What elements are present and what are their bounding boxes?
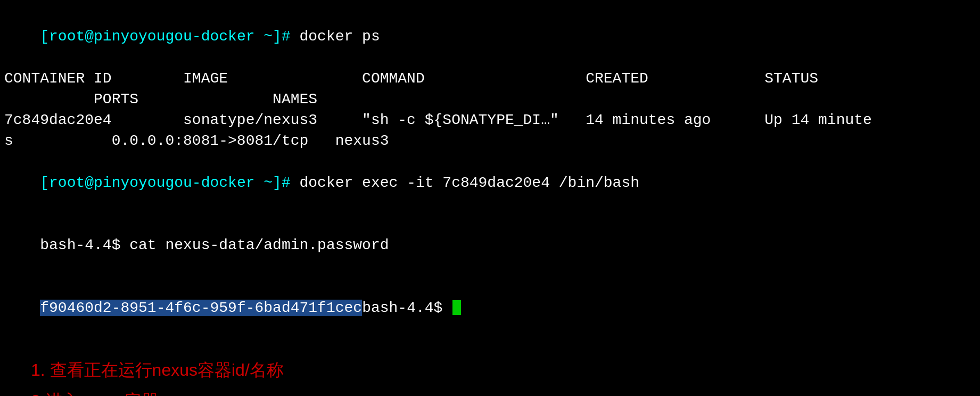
table-header-row1: CONTAINER ID IMAGE COMMAND CREATED STATU… xyxy=(4,68,976,89)
line-docker-exec: [root@pinyoyougou-docker ~]# docker exec… xyxy=(4,151,976,214)
command-docker-exec: docker exec -it 7c849dac20e4 /bin/bash xyxy=(300,175,640,191)
line-password-output: f90460d2-8951-4f6c-959f-6bad471f1cecbash… xyxy=(4,276,976,339)
bash-prompt-1: bash-4.4$ xyxy=(40,237,129,253)
terminal-cursor xyxy=(452,300,461,315)
line-cat-command: bash-4.4$ cat nexus-data/admin.password xyxy=(4,214,976,277)
annotation-2: 2.进入nexus容器 xyxy=(31,386,976,396)
table-data-row1: 7c849dac20e4 sonatype/nexus3 "sh -c ${SO… xyxy=(4,110,976,130)
password-selected: f90460d2-8951-4f6c-959f-6bad471f1cec xyxy=(40,300,362,316)
annotation-section: 1. 查看正在运行nexus容器id/名称 2.进入nexus容器 3.查看指定… xyxy=(4,355,976,396)
line-docker-ps: [root@pinyoyougou-docker ~]# docker ps xyxy=(4,5,976,68)
annotation-1: 1. 查看正在运行nexus容器id/名称 xyxy=(31,355,976,386)
prompt-2: [root@pinyoyougou-docker ~]# xyxy=(40,175,299,191)
prompt-1: [root@pinyoyougou-docker ~]# xyxy=(40,28,299,45)
command-cat: cat nexus-data/admin.password xyxy=(129,237,389,253)
terminal-window: [root@pinyoyougou-docker ~]# docker ps C… xyxy=(0,0,980,396)
table-header-row2: PORTS NAMES xyxy=(4,89,976,110)
bash-prompt-2: bash-4.4$ xyxy=(362,300,451,316)
table-data-row2: s 0.0.0.0:8081->8081/tcp nexus3 xyxy=(4,130,976,151)
command-docker-ps: docker ps xyxy=(300,28,380,45)
